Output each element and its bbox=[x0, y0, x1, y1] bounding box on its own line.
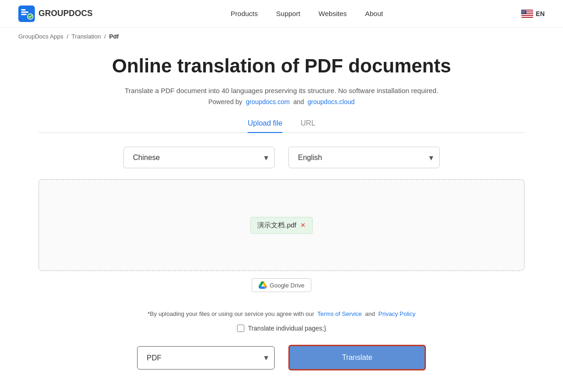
language-selector[interactable]: EN bbox=[521, 10, 545, 18]
breadcrumb-translation[interactable]: Translation bbox=[72, 33, 101, 40]
svg-point-18 bbox=[522, 12, 522, 13]
powered-by-text: Powered by bbox=[208, 98, 242, 105]
groupdocs-com-link[interactable]: groupdocs.com bbox=[246, 98, 290, 105]
upload-tabs: Upload file URL bbox=[39, 119, 524, 133]
lang-label: EN bbox=[536, 10, 545, 17]
svg-point-17 bbox=[524, 11, 524, 11]
svg-point-14 bbox=[525, 10, 526, 11]
page-title: Online translation of PDF documents bbox=[39, 55, 524, 77]
remove-file-button[interactable]: ✕ bbox=[300, 221, 306, 229]
nav-about[interactable]: About bbox=[365, 10, 383, 17]
language-selectors: Chinese English French German Spanish Ja… bbox=[39, 147, 524, 168]
svg-rect-10 bbox=[521, 10, 526, 14]
nav-products[interactable]: Products bbox=[231, 10, 258, 17]
svg-rect-1 bbox=[21, 9, 26, 11]
svg-rect-2 bbox=[21, 11, 28, 13]
svg-rect-3 bbox=[21, 14, 27, 15]
svg-point-12 bbox=[523, 10, 524, 11]
translate-button[interactable]: Translate bbox=[288, 345, 426, 370]
nav-websites[interactable]: Websites bbox=[319, 10, 347, 17]
tab-upload-file[interactable]: Upload file bbox=[248, 119, 282, 133]
terms-of-service-link[interactable]: Terms of Service bbox=[317, 310, 362, 317]
subtitle: Translate a PDF document into 40 languag… bbox=[39, 87, 524, 94]
logo[interactable]: GROUPDOCS bbox=[18, 6, 93, 22]
google-drive-button[interactable]: Google Drive bbox=[252, 278, 311, 292]
translate-pages-checkbox[interactable] bbox=[237, 325, 244, 332]
main-content: Online translation of PDF documents Tran… bbox=[29, 45, 534, 392]
svg-point-11 bbox=[522, 10, 522, 11]
svg-point-13 bbox=[524, 10, 524, 11]
source-lang-wrapper: Chinese English French German Spanish Ja… bbox=[123, 147, 275, 168]
file-upload-area[interactable]: 演示文档.pdf ✕ bbox=[39, 179, 524, 271]
privacy-policy-link[interactable]: Privacy Policy bbox=[378, 310, 415, 317]
logo-text: GROUPDOCS bbox=[39, 9, 93, 18]
output-format-select[interactable]: PDF DOCX TXT HTML bbox=[137, 346, 275, 370]
groupdocs-logo-icon bbox=[18, 6, 35, 22]
svg-point-15 bbox=[522, 11, 522, 11]
main-nav: Products Support Websites About bbox=[231, 10, 383, 17]
breadcrumb-current: Pdf bbox=[109, 33, 119, 40]
nav-support[interactable]: Support bbox=[276, 10, 300, 17]
google-drive-icon bbox=[259, 282, 267, 289]
translate-pages-row: Translate individual pages;} bbox=[39, 325, 524, 332]
powered-by: Powered by groupdocs.com and groupdocs.c… bbox=[39, 98, 524, 105]
target-language-select[interactable]: English French German Spanish Chinese Ja… bbox=[288, 147, 440, 168]
format-select-wrapper: PDF DOCX TXT HTML ▾ bbox=[137, 346, 275, 370]
svg-point-19 bbox=[523, 12, 524, 13]
file-name: 演示文档.pdf bbox=[257, 221, 296, 230]
flag-icon bbox=[521, 10, 533, 18]
target-lang-wrapper: English French German Spanish Chinese Ja… bbox=[288, 147, 440, 168]
tab-url[interactable]: URL bbox=[301, 119, 315, 133]
breadcrumb: GroupDocs Apps / Translation / Pdf bbox=[0, 28, 563, 45]
terms-text: *By uploading your files or using our se… bbox=[39, 310, 524, 317]
svg-point-20 bbox=[524, 12, 524, 13]
groupdocs-cloud-link[interactable]: groupdocs.cloud bbox=[308, 98, 355, 105]
bottom-actions: PDF DOCX TXT HTML ▾ Translate bbox=[39, 345, 524, 370]
svg-rect-9 bbox=[521, 16, 533, 17]
powered-by-and: and bbox=[293, 98, 304, 105]
source-language-select[interactable]: Chinese English French German Spanish Ja… bbox=[123, 147, 275, 168]
breadcrumb-home[interactable]: GroupDocs Apps bbox=[18, 33, 63, 40]
translate-pages-label[interactable]: Translate individual pages;} bbox=[248, 325, 326, 332]
uploaded-file-chip: 演示文档.pdf ✕ bbox=[250, 217, 312, 234]
svg-rect-8 bbox=[521, 14, 533, 15]
svg-rect-0 bbox=[18, 6, 35, 22]
gdrive-label: Google Drive bbox=[270, 282, 304, 289]
svg-point-16 bbox=[523, 11, 524, 11]
